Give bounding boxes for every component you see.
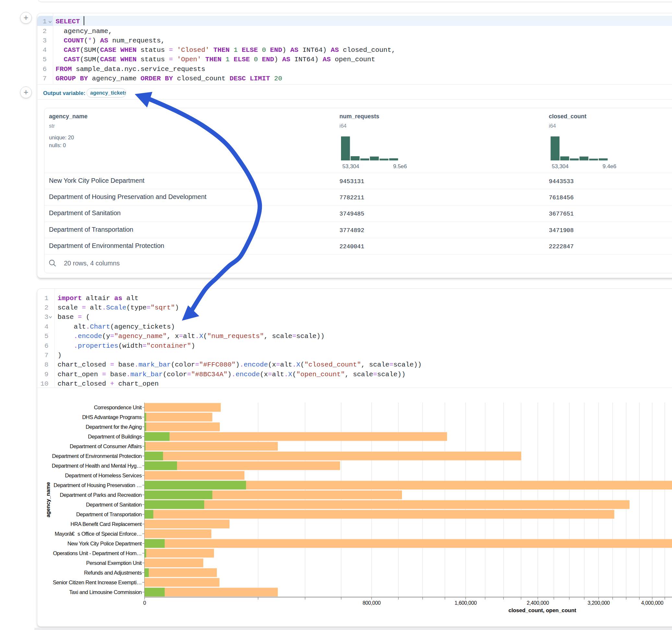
svg-text:Taxi and Limousine Commission: Taxi and Limousine Commission (69, 589, 142, 595)
svg-text:0: 0 (143, 600, 146, 606)
svg-text:New York City Police Departmen: New York City Police Department (67, 540, 142, 547)
svg-text:Mayorâ€ s Office of Special E: Mayorâ€ s Office of Special Enforce… (55, 531, 142, 537)
svg-text:Department of Housing Preserva: Department of Housing Preservation … (53, 482, 142, 488)
svg-text:Operations Unit - Department o: Operations Unit - Department of Hom… (53, 550, 142, 556)
svg-text:800,000: 800,000 (362, 600, 381, 606)
svg-text:Department of Parks and Recrea: Department of Parks and Recreation (59, 492, 142, 498)
svg-text:closed_count, open_count: closed_count, open_count (508, 607, 576, 613)
svg-text:Department of Sanitation: Department of Sanitation (86, 502, 142, 508)
svg-text:Department of Health and Menta: Department of Health and Mental Hyg… (52, 463, 142, 468)
svg-text:agency_name: agency_name (45, 482, 51, 517)
svg-text:Department of Consumer Affairs: Department of Consumer Affairs (70, 443, 142, 449)
svg-text:Senior Citizen Rent Increase E: Senior Citizen Rent Increase Exempti… (53, 579, 142, 585)
svg-text:Department of Environmental Pr: Department of Environmental Protection (52, 453, 142, 459)
svg-text:Department of Homeless Service: Department of Homeless Services (65, 472, 142, 478)
svg-text:4,000,000: 4,000,000 (641, 600, 664, 606)
svg-text:1,600,000: 1,600,000 (455, 600, 477, 606)
svg-text:Department of Buildings: Department of Buildings (88, 434, 142, 439)
svg-text:HRA Benefit Card Replacement: HRA Benefit Card Replacement (71, 521, 142, 527)
svg-text:DHS Advantage Programs: DHS Advantage Programs (82, 414, 142, 420)
svg-text:2,400,000: 2,400,000 (527, 600, 549, 606)
svg-text:Refunds and Adjustments: Refunds and Adjustments (84, 570, 142, 576)
svg-text:3,200,000: 3,200,000 (587, 600, 610, 606)
svg-text:Personal Exemption Unit: Personal Exemption Unit (86, 560, 142, 566)
svg-text:Department of Transportation: Department of Transportation (76, 511, 142, 517)
svg-text:Correspondence Unit: Correspondence Unit (94, 405, 142, 410)
svg-text:Department for the Aging: Department for the Aging (86, 424, 142, 430)
